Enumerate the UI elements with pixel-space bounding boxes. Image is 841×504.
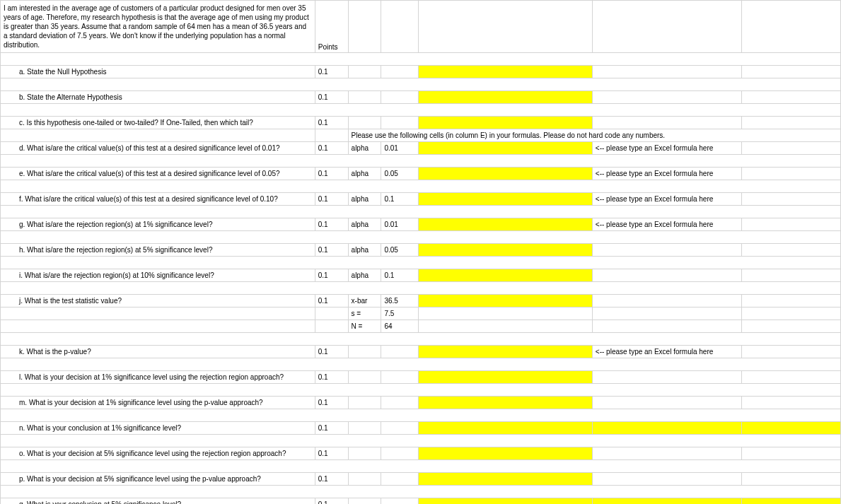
param-xbar-label[interactable]: x-bar	[348, 295, 381, 307]
q-b-text[interactable]: b. State the Alternate Hypothesis	[1, 91, 315, 104]
q-d-text[interactable]: d. What is/are the critical value(s) of …	[1, 142, 315, 155]
question-j: j. What is the test statistic value? 0.1…	[1, 295, 841, 307]
param-value[interactable]: 0.01	[381, 142, 419, 155]
q-l-text[interactable]: l. What is your decision at 1% significa…	[1, 371, 315, 384]
answer-i[interactable]	[419, 269, 593, 282]
answer-q-1[interactable]	[419, 498, 593, 505]
q-j-text[interactable]: j. What is the test statistic value?	[1, 295, 315, 307]
question-n: n. What is your conclusion at 1% signifi…	[1, 422, 841, 435]
answer-a[interactable]	[419, 66, 593, 78]
q-f-text[interactable]: f. What is/are the critical value(s) of …	[1, 193, 315, 206]
q-p-text[interactable]: p. What is your decision at 5% significa…	[1, 473, 315, 486]
param-s-value[interactable]: 7.5	[381, 307, 419, 320]
question-o: o. What is your decision at 5% significa…	[1, 447, 841, 460]
param-n-label[interactable]: N =	[348, 320, 381, 333]
param-n-value[interactable]: 64	[381, 320, 419, 333]
question-a: a. State the Null Hypothesis 0.1	[1, 66, 841, 78]
question-e: e. What is/are the critical value(s) of …	[1, 168, 841, 180]
answer-f[interactable]	[419, 193, 593, 206]
spreadsheet-grid[interactable]: I am interested in the average age of cu…	[0, 0, 841, 504]
answer-b[interactable]	[419, 91, 593, 104]
q-a-text[interactable]: a. State the Null Hypothesis	[1, 66, 315, 78]
q-q-text[interactable]: q. What is your conclusion at 5% signifi…	[1, 498, 315, 505]
question-g: g. What is/are the rejection region(s) a…	[1, 218, 841, 231]
answer-l[interactable]	[419, 371, 593, 384]
question-c: c. Is this hypothesis one-tailed or two-…	[1, 117, 841, 129]
answer-q-2[interactable]	[592, 498, 741, 505]
instruction-row: Please use the following cells (in colum…	[1, 129, 841, 142]
answer-n-2[interactable]	[592, 422, 741, 435]
question-i: i. What is/are the rejection region(s) a…	[1, 269, 841, 282]
answer-j[interactable]	[419, 295, 593, 307]
q-o-text[interactable]: o. What is your decision at 5% significa…	[1, 447, 315, 460]
q-c-text[interactable]: c. Is this hypothesis one-tailed or two-…	[1, 117, 315, 129]
answer-m[interactable]	[419, 397, 593, 409]
question-m: m. What is your decision at 1% significa…	[1, 397, 841, 409]
answer-p[interactable]	[419, 473, 593, 486]
q-e-text[interactable]: e. What is/are the critical value(s) of …	[1, 168, 315, 180]
points-cell[interactable]: 0.1	[315, 66, 348, 78]
question-h: h. What is/are the rejection region(s) a…	[1, 244, 841, 257]
answer-o[interactable]	[419, 447, 593, 460]
q-h-text[interactable]: h. What is/are the rejection region(s) a…	[1, 244, 315, 257]
question-d: d. What is/are the critical value(s) of …	[1, 142, 841, 155]
formula-hint: <-- please type an Excel formula here	[592, 142, 741, 155]
answer-q-3[interactable]	[741, 498, 841, 505]
param-xbar-value[interactable]: 36.5	[381, 295, 419, 307]
instruction-text: Please use the following cells (in colum…	[348, 129, 840, 142]
answer-n-1[interactable]	[419, 422, 593, 435]
answer-h[interactable]	[419, 244, 593, 257]
param-s-label[interactable]: s =	[348, 307, 381, 320]
question-p: p. What is your decision at 5% significa…	[1, 473, 841, 486]
question-f: f. What is/are the critical value(s) of …	[1, 193, 841, 206]
q-m-text[interactable]: m. What is your decision at 1% significa…	[1, 397, 315, 409]
q-k-text[interactable]: k. What is the p-value?	[1, 346, 315, 358]
answer-g[interactable]	[419, 218, 593, 231]
answer-e[interactable]	[419, 168, 593, 180]
intro-row: I am interested in the average age of cu…	[1, 1, 841, 53]
answer-c[interactable]	[419, 117, 593, 129]
q-g-text[interactable]: g. What is/are the rejection region(s) a…	[1, 218, 315, 231]
q-n-text[interactable]: n. What is your conclusion at 1% signifi…	[1, 422, 315, 435]
question-k: k. What is the p-value? 0.1 <-- please t…	[1, 346, 841, 358]
answer-k[interactable]	[419, 346, 593, 358]
q-i-text[interactable]: i. What is/are the rejection region(s) a…	[1, 269, 315, 282]
question-l: l. What is your decision at 1% significa…	[1, 371, 841, 384]
intro-cell[interactable]: I am interested in the average age of cu…	[1, 1, 315, 53]
answer-n-3[interactable]	[741, 422, 841, 435]
question-b: b. State the Alternate Hypothesis 0.1	[1, 91, 841, 104]
question-q: q. What is your conclusion at 5% signifi…	[1, 498, 841, 505]
param-label[interactable]: alpha	[348, 142, 381, 155]
points-header: Points	[315, 1, 348, 53]
answer-d[interactable]	[419, 142, 593, 155]
